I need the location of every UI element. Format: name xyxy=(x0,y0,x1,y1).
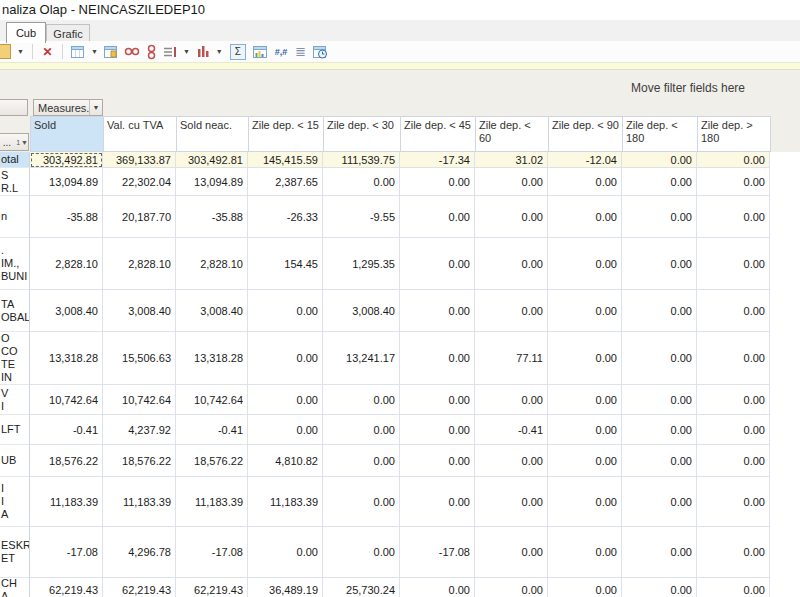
grid-cell[interactable]: 3,008.40 xyxy=(103,290,176,332)
measures-field-button[interactable]: Measures... ▼ xyxy=(33,99,103,116)
grid-cell[interactable]: -17.08 xyxy=(30,527,103,578)
grid-cell[interactable]: 11,183.39 xyxy=(176,477,248,527)
grid-cell[interactable]: 2,828.10 xyxy=(103,238,176,290)
grid-cell[interactable]: 2,828.10 xyxy=(30,238,103,290)
grid-cell[interactable]: 0.00 xyxy=(697,415,770,445)
grid-cell[interactable]: 0.00 xyxy=(548,196,622,238)
grid-cell[interactable]: 0.00 xyxy=(697,168,770,196)
row-header[interactable]: otal xyxy=(0,152,30,168)
grid-cell[interactable]: 4,296.78 xyxy=(103,527,176,578)
grid-cell[interactable]: -9.55 xyxy=(323,196,400,238)
grid-cell[interactable]: 0.00 xyxy=(622,238,697,290)
filter-drop-hint[interactable]: Move filter fields here xyxy=(631,81,745,95)
grid-cell[interactable]: 0.00 xyxy=(622,527,697,578)
grid-cell[interactable]: -12.04 xyxy=(548,152,622,168)
grid-cell[interactable]: 0.00 xyxy=(697,527,770,578)
grid-cell[interactable]: 0.00 xyxy=(548,238,622,290)
grid-cell[interactable]: 10,742.64 xyxy=(30,385,103,415)
grid-cell[interactable]: 0.00 xyxy=(475,527,548,578)
grid-cell[interactable]: 145,415.59 xyxy=(248,152,323,168)
grid-cell[interactable]: 62,219.43 xyxy=(103,578,176,597)
grid-chart-icon[interactable] xyxy=(253,44,268,59)
grid-cell[interactable]: 0.00 xyxy=(548,445,622,477)
grid-cell[interactable]: 0.00 xyxy=(548,527,622,578)
tab-grafic[interactable]: Grafic xyxy=(46,24,90,42)
row-header[interactable]: UB xyxy=(0,445,30,477)
grid-cell[interactable]: 0.00 xyxy=(323,385,400,415)
grid-cell[interactable]: 0.00 xyxy=(622,477,697,527)
row-header[interactable]: IIA xyxy=(0,477,30,527)
field-list-dropdown-icon[interactable]: ▼ xyxy=(91,44,98,59)
grid-cell[interactable]: 0.00 xyxy=(548,290,622,332)
grid-cell[interactable]: 0.00 xyxy=(697,152,770,168)
grid-cell[interactable]: 13,241.17 xyxy=(323,332,400,385)
grid-cell[interactable]: 10,742.64 xyxy=(176,385,248,415)
column-header-zile-dep-15[interactable]: Zile dep. < 15 xyxy=(249,116,324,152)
grid-cell[interactable]: -0.41 xyxy=(475,415,548,445)
grid-cell[interactable]: 3,008.40 xyxy=(323,290,400,332)
grid-cell[interactable]: 0.00 xyxy=(248,415,323,445)
grid-cell[interactable]: 13,094.89 xyxy=(30,168,103,196)
grid-cell[interactable]: 13,094.89 xyxy=(176,168,248,196)
grid-cell[interactable]: 0.00 xyxy=(323,168,400,196)
field-list-icon[interactable] xyxy=(71,44,85,59)
data-area-field-button[interactable]: ▼ xyxy=(0,99,28,116)
grid-cell[interactable]: 13,318.28 xyxy=(176,332,248,385)
link-horizontal-icon[interactable] xyxy=(124,44,140,59)
grid-cell[interactable]: 0.00 xyxy=(622,332,697,385)
grid-cell[interactable]: 0.00 xyxy=(548,168,622,196)
grid-cell[interactable]: 22,302.04 xyxy=(103,168,176,196)
grid-cell[interactable]: 0.00 xyxy=(400,168,475,196)
grid-cell[interactable]: 4,810.82 xyxy=(248,445,323,477)
row-lines-icon[interactable]: ≣ xyxy=(295,44,306,59)
grid-cell[interactable]: 0.00 xyxy=(323,415,400,445)
column-chart-icon[interactable] xyxy=(196,44,210,59)
sort-rows-dropdown-icon[interactable]: ▼ xyxy=(183,44,190,59)
row-header[interactable]: ESKREET xyxy=(0,527,30,578)
grid-cell[interactable]: 18,576.22 xyxy=(30,445,103,477)
row-header[interactable]: O COTE IN xyxy=(0,332,30,385)
open-layout-dropdown-icon[interactable]: ▼ xyxy=(17,44,24,59)
grid-cell[interactable]: 0.00 xyxy=(248,290,323,332)
grid-cell[interactable]: 25,730.24 xyxy=(323,578,400,597)
grid-cell[interactable]: 20,187.70 xyxy=(103,196,176,238)
grid-cell[interactable]: 0.00 xyxy=(475,385,548,415)
column-header-sold[interactable]: Sold xyxy=(31,116,104,152)
grid-cell[interactable]: 11,183.39 xyxy=(30,477,103,527)
grid-cell[interactable]: 0.00 xyxy=(548,477,622,527)
grid-cell[interactable]: 303,492.81 xyxy=(176,152,248,168)
grid-cell[interactable]: 0.00 xyxy=(697,385,770,415)
grid-cell[interactable]: -0.41 xyxy=(30,415,103,445)
grid-cell[interactable]: 3,008.40 xyxy=(30,290,103,332)
row-header[interactable]: CHA xyxy=(0,578,30,597)
tab-cub[interactable]: Cub xyxy=(6,22,46,43)
grid-clock-icon[interactable] xyxy=(313,44,328,59)
chevron-down-icon[interactable]: ▼ xyxy=(89,100,102,115)
grid-cell[interactable]: 62,219.43 xyxy=(30,578,103,597)
grid-cell[interactable]: 0.00 xyxy=(475,477,548,527)
grid-cell[interactable]: 4,237.92 xyxy=(103,415,176,445)
row-header[interactable]: SR.L xyxy=(0,168,30,196)
grid-cell[interactable]: -35.88 xyxy=(176,196,248,238)
grid-cell[interactable]: 0.00 xyxy=(622,445,697,477)
grid-cell[interactable]: 0.00 xyxy=(400,477,475,527)
grid-cell[interactable]: 0.00 xyxy=(323,477,400,527)
grid-cell[interactable]: 0.00 xyxy=(622,385,697,415)
column-header-zile-dep-180[interactable]: Zile dep. > 180 xyxy=(698,116,771,152)
grid-cell[interactable]: -17.08 xyxy=(176,527,248,578)
grid-cell[interactable]: 31.02 xyxy=(475,152,548,168)
grid-cell[interactable]: 0.00 xyxy=(475,578,548,597)
column-header-zile-dep-45[interactable]: Zile dep. < 45 xyxy=(401,116,476,152)
grid-cell[interactable]: 154.45 xyxy=(248,238,323,290)
grid-cell[interactable]: 0.00 xyxy=(323,527,400,578)
column-header-val-cu-tva[interactable]: Val. cu TVA xyxy=(104,116,177,152)
grid-cell[interactable]: 0.00 xyxy=(697,238,770,290)
grid-cell[interactable]: 0.00 xyxy=(400,445,475,477)
column-header-zile-dep-180[interactable]: Zile dep. < 180 xyxy=(623,116,698,152)
row-area-field-button[interactable]: ... 1 ▼ xyxy=(0,133,29,151)
grid-cell[interactable]: 0.00 xyxy=(475,238,548,290)
grid-cell[interactable]: 0.00 xyxy=(248,332,323,385)
row-header[interactable]: n xyxy=(0,196,30,238)
column-header-sold-neac[interactable]: Sold neac. xyxy=(177,116,249,152)
grid-cell[interactable]: 11,183.39 xyxy=(248,477,323,527)
